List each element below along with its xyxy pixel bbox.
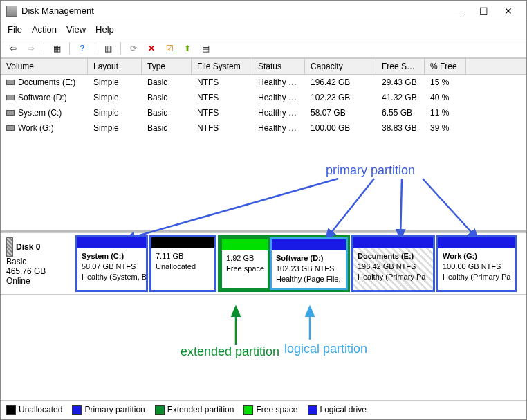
cell-type: Basic [142,75,192,90]
legend-label: Primary partition [84,405,145,414]
partition-cap [222,239,268,250]
minimize-button[interactable]: ― [446,1,471,21]
table-row[interactable]: System (C:) Simple Basic NTFS Healthy (S… [1,105,526,120]
layout-icon[interactable]: ▥ [101,42,115,55]
refresh-icon[interactable]: ⟳ [127,42,140,55]
partition[interactable]: 7.11 GB Unallocated [149,235,216,292]
partition-line1: 196.42 GB NTFS [358,262,429,272]
titlebar: Disk Management ― ☐ ✕ [1,1,526,21]
legend-swatch [308,405,317,415]
annotation-logical: logical partition [284,342,367,356]
partition-line2: Healthy (Page File, [276,274,342,284]
cell-type: Basic [142,105,192,120]
table-row[interactable]: Work (G:) Simple Basic NTFS Healthy (P..… [1,120,526,136]
delete-icon[interactable]: ✕ [145,42,158,55]
partition[interactable]: 1.92 GB Free space [220,237,270,290]
cell-pct: 11 % [425,105,466,120]
partition-line1: 58.07 GB NTFS [82,262,142,272]
cell-layout: Simple [88,105,142,120]
partition-line2: Healthy (Primary Pa [443,272,510,282]
volume-icon [6,110,15,116]
col-status[interactable]: Status [252,59,305,74]
volume-icon [6,80,15,85]
volume-name: System (C:) [18,108,62,118]
close-button[interactable]: ✕ [496,1,521,21]
col-free[interactable]: Free Spa... [376,59,425,74]
forward-button[interactable]: ⇨ [24,42,38,55]
help-icon[interactable]: ? [75,42,89,55]
partition-strip: System (C:) 58.07 GB NTFS Healthy (Syste… [75,233,526,294]
partition-cap [353,237,433,248]
cell-free: 29.43 GB [376,75,425,90]
cell-layout: Simple [88,75,142,90]
legend-item: Free space [243,405,297,415]
col-layout[interactable]: Layout [88,59,142,74]
legend-swatch [6,405,16,415]
back-button[interactable]: ⇦ [6,42,20,55]
partition-line1: 100.00 GB NTFS [443,262,510,272]
disk-info[interactable]: Disk 0 Basic 465.76 GB Online [1,233,75,294]
cell-fs: NTFS [192,105,252,120]
col-filesystem[interactable]: File System [192,59,252,74]
col-capacity[interactable]: Capacity [305,59,376,74]
menu-help[interactable]: Help [95,24,114,35]
partition-title: Work (G:) [443,251,510,262]
window-title: Disk Management [21,6,446,16]
annotation-extended: extended partition [181,345,279,359]
grid-icon[interactable]: ▦ [50,42,64,55]
volume-icon [6,95,15,100]
partition-cap [272,239,346,250]
legend-item: Primary partition [72,405,145,415]
legend-label: Logical drive [320,405,367,414]
cell-status: Healthy (P... [252,75,305,90]
table-body: Documents (E:) Simple Basic NTFS Healthy… [1,75,526,136]
partition-line2: Unallocated [156,262,210,272]
volume-name: Documents (E:) [18,77,75,87]
partition[interactable]: Documents (E:) 196.42 GB NTFS Healthy (P… [351,235,435,292]
cell-type: Basic [142,120,192,136]
partition-title: Documents (E:) [358,251,429,262]
disk-icon [6,237,13,257]
cell-pct: 15 % [425,75,466,90]
table-row[interactable]: Documents (E:) Simple Basic NTFS Healthy… [1,75,526,90]
cell-pct: 39 % [425,120,466,136]
col-type[interactable]: Type [142,59,192,74]
maximize-button[interactable]: ☐ [471,1,496,21]
volume-name: Work (G:) [18,123,54,133]
partition-cap [77,237,146,248]
menu-action[interactable]: Action [32,24,57,35]
partition-line1: 1.92 GB [226,253,264,264]
cell-pct: 40 % [425,90,466,105]
legend-label: Free space [256,405,297,414]
partition[interactable]: Software (D:) 102.23 GB NTFS Healthy (Pa… [270,237,348,290]
partition-line2: Healthy (Primary Pa [358,272,429,282]
partition-title: Software (D:) [276,253,342,264]
partition[interactable]: System (C:) 58.07 GB NTFS Healthy (Syste… [75,235,148,292]
props-icon[interactable]: ▤ [198,42,212,55]
disk-size: 465.76 GB [6,266,70,276]
cell-capacity: 196.42 GB [305,75,376,90]
table-row[interactable]: Software (D:) Simple Basic NTFS Healthy … [1,90,526,105]
cell-type: Basic [142,90,192,105]
menu-file[interactable]: File [8,24,22,35]
menu-view[interactable]: View [66,24,86,35]
partition-title: System (C:) [82,251,142,262]
cell-free: 38.83 GB [376,120,425,136]
col-volume[interactable]: Volume [1,59,88,74]
partition-line2: Free space [226,264,264,274]
partition-cap [151,237,214,248]
legend-item: Extended partition [155,405,234,415]
partition[interactable]: Work (G:) 100.00 GB NTFS Healthy (Primar… [436,235,517,292]
cell-capacity: 100.00 GB [305,120,376,136]
col-spacer [466,59,526,74]
check-icon[interactable]: ☑ [163,42,176,55]
col-pctfree[interactable]: % Free [425,59,466,74]
legend-item: Logical drive [308,405,367,415]
cell-free: 6.55 GB [376,105,425,120]
disk-type: Basic [6,257,70,266]
disk-name: Disk 0 [16,242,40,252]
legend-label: Extended partition [167,405,234,414]
up-icon[interactable]: ⬆ [181,42,194,55]
menubar: File Action View Help [1,21,526,39]
legend-swatch [155,405,165,415]
